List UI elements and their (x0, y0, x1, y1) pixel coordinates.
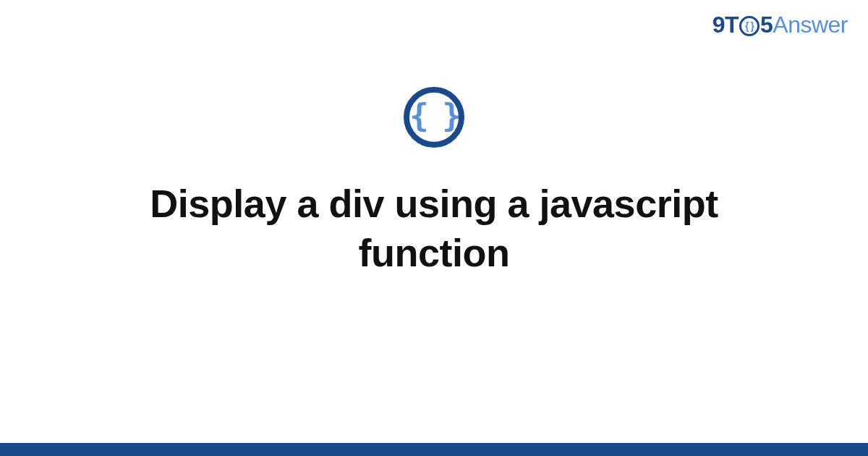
brand-answer: Answer (773, 12, 848, 38)
brand-nine: 9 (712, 12, 725, 38)
code-braces-icon: { } (404, 87, 464, 148)
bottom-accent-bar (0, 443, 868, 456)
brand-o-icon: { } (739, 16, 760, 36)
brand-t: T (725, 12, 739, 38)
content-center: { } Display a div using a javascript fun… (0, 87, 868, 277)
brand-five: 5 (760, 12, 773, 38)
brand-logo: 9 T { } 5 Answer (712, 12, 848, 38)
page-title: Display a div using a javascript functio… (87, 180, 781, 277)
brand-o-braces: { } (745, 20, 754, 32)
braces-glyph: { } (409, 100, 458, 132)
